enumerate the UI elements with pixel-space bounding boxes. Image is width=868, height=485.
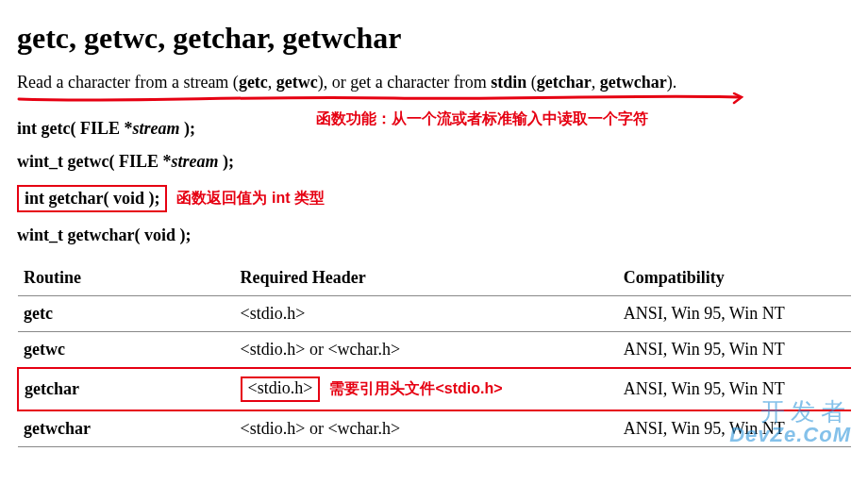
cell-compat: ANSI, Win 95, Win NT xyxy=(618,368,851,410)
cell-compat: ANSI, Win 95, Win NT xyxy=(618,332,851,369)
cell-header: <stdio.h> or <wchar.h> xyxy=(235,410,618,447)
th-routine: Routine xyxy=(18,260,235,296)
decl-getwchar: wint_t getwchar( void ); xyxy=(17,226,851,245)
red-underline xyxy=(17,92,743,106)
cell-routine: getchar xyxy=(18,368,235,410)
declarations: int getc( FILE *stream ); wint_t getwc( … xyxy=(17,119,851,245)
summary-func-getchar: getchar xyxy=(537,73,592,92)
cell-header: <stdio.h> xyxy=(235,296,618,332)
summary-prefix: Read a character from a stream ( xyxy=(17,73,239,92)
decl-getchar-row: int getchar( void ); 函数返回值为 int 类型 xyxy=(17,185,851,212)
header-boxed: <stdio.h> xyxy=(241,376,321,402)
table-row: getc<stdio.h>ANSI, Win 95, Win NT xyxy=(18,296,851,332)
table-row: getwchar<stdio.h> or <wchar.h>ANSI, Win … xyxy=(18,410,851,447)
cell-routine: getwchar xyxy=(18,410,235,447)
decl-getchar-boxed: int getchar( void ); xyxy=(17,185,167,212)
table-row: getwc<stdio.h> or <wchar.h>ANSI, Win 95,… xyxy=(18,332,851,369)
th-header: Required Header xyxy=(235,260,618,296)
annotation-header-note: 需要引用头文件<stdio.h> xyxy=(329,380,502,396)
annotation-return-type: 函数返回值为 int 类型 xyxy=(176,189,324,209)
page-title: getc, getwc, getchar, getwchar xyxy=(17,21,851,56)
cell-routine: getwc xyxy=(18,332,235,369)
cell-header: <stdio.h>需要引用头文件<stdio.h> xyxy=(235,368,618,410)
summary-func-getwc: getwc xyxy=(276,73,318,92)
summary-func-getwchar: getwchar xyxy=(600,73,667,92)
summary-line: Read a character from a stream (getc, ge… xyxy=(17,73,851,92)
cell-compat: ANSI, Win 95, Win NT xyxy=(618,410,851,447)
cell-compat: ANSI, Win 95, Win NT xyxy=(618,296,851,332)
annotation-function-purpose: 函数功能：从一个流或者标准输入中读取一个字符 xyxy=(316,109,648,129)
th-compat: Compatibility xyxy=(618,260,851,296)
decl-getwc: wint_t getwc( FILE *stream ); xyxy=(17,152,851,172)
summary-func-getc: getc xyxy=(239,73,268,92)
summary-stdin: stdin xyxy=(491,73,526,92)
cell-routine: getc xyxy=(18,296,235,332)
compat-table: Routine Required Header Compatibility ge… xyxy=(17,260,851,447)
table-row: getchar<stdio.h>需要引用头文件<stdio.h>ANSI, Wi… xyxy=(18,368,851,410)
cell-header: <stdio.h> or <wchar.h> xyxy=(235,332,618,369)
table-header-row: Routine Required Header Compatibility xyxy=(18,260,851,296)
